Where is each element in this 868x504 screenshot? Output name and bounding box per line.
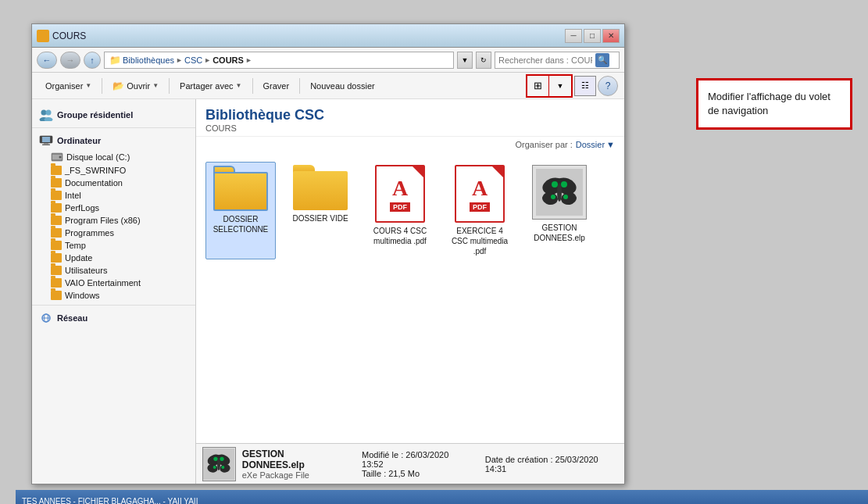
sidebar-item-update[interactable]: Update <box>32 252 195 264</box>
file-grid: DOSSIER SELECTIONNE DOSSIER VIDE <box>196 152 624 443</box>
up-button[interactable]: ↑ <box>84 52 101 69</box>
file-item-dossier-selectionne[interactable]: DOSSIER SELECTIONNE <box>205 162 276 259</box>
file-item-dossier-vide[interactable]: DOSSIER VIDE <box>285 162 355 259</box>
sidebar-item-windows[interactable]: Windows <box>32 289 195 302</box>
help-button[interactable]: ? <box>598 76 618 96</box>
forward-button[interactable]: → <box>60 52 80 69</box>
status-file-name: GESTION DONNEES.elp <box>242 449 346 470</box>
sidebar-ordinateur-label: Ordinateur <box>57 136 101 145</box>
sidebar-item-label: VAIO Entertainment <box>65 278 141 288</box>
svg-point-29 <box>214 456 218 460</box>
sidebar-item-documentation[interactable]: Documentation <box>32 177 195 189</box>
partager-label: Partager avec <box>180 81 233 91</box>
sidebar-item-vaio[interactable]: VAIO Entertainment <box>32 277 195 289</box>
library-title: Bibliothèque CSC <box>205 107 615 123</box>
sidebar-item-temp[interactable]: Temp <box>32 239 195 252</box>
sidebar-reseau[interactable]: Réseau <box>32 309 195 327</box>
ouvrir-button[interactable]: 📂 Ouvrir ▼ <box>105 76 166 96</box>
sidebar-groupe-residentiel[interactable]: Groupe résidentiel <box>32 105 195 124</box>
breadcrumb-csc: CSC <box>184 55 202 65</box>
breadcrumb-arrow-3: ► <box>245 56 252 64</box>
breadcrumb-arrow-1: ► <box>176 56 183 64</box>
status-info: GESTION DONNEES.elp eXe Package File <box>242 449 346 480</box>
dossier-link[interactable]: Dossier ▼ <box>576 140 615 149</box>
file-item-gestion-donnees[interactable]: GESTION DONNEES.elp <box>524 162 595 259</box>
title-bar-controls: ─ □ ✕ <box>565 29 620 43</box>
sidebar-item-fs-swrinfo[interactable]: _FS_SWRINFO <box>32 164 195 177</box>
window-title: COURS <box>52 30 86 41</box>
svg-rect-6 <box>44 143 48 145</box>
folder-icon-doc <box>51 178 62 188</box>
back-button[interactable]: ← <box>37 52 57 69</box>
sidebar-item-perflogs[interactable]: PerfLogs <box>32 202 195 214</box>
sidebar-item-intel[interactable]: Intel <box>32 189 195 202</box>
title-bar: COURS ─ □ ✕ <box>32 24 624 48</box>
butterfly-graphic <box>536 169 583 216</box>
svg-point-0 <box>41 110 47 116</box>
explorer-window: COURS ─ □ ✕ ← → ↑ 📁 Bibliothèques ► <box>31 23 625 484</box>
toolbar-separator-1 <box>102 78 102 94</box>
breadcrumb-cours: COURS <box>213 55 244 65</box>
library-subtitle: COURS <box>205 123 615 133</box>
pdf-icon-cours4csc: A PDF <box>375 165 425 223</box>
refresh-button[interactable]: ↻ <box>476 52 491 69</box>
file-item-cours4csc[interactable]: A PDF COURS 4 CSC multimedia .pdf <box>365 162 435 259</box>
status-bar: GESTION DONNEES.elp eXe Package File Mod… <box>196 443 624 484</box>
sidebar-item-label: _FS_SWRINFO <box>65 166 126 175</box>
sidebar-item-utilisateurs[interactable]: Utilisateurs <box>32 264 195 277</box>
close-button[interactable]: ✕ <box>602 29 620 43</box>
minimize-button[interactable]: ─ <box>565 29 582 43</box>
sidebar-item-label: Update <box>65 253 92 263</box>
harddrive-icon <box>51 152 63 163</box>
sidebar-item-label: Program Files (x86) <box>65 216 141 225</box>
sidebar-item-label: PerfLogs <box>65 203 99 213</box>
organize-bar: Organiser par : Dossier ▼ <box>196 137 624 152</box>
status-size: Taille : 21,5 Mo <box>362 469 470 478</box>
view-details-button[interactable]: ☷ <box>574 76 596 96</box>
svg-point-23 <box>557 183 562 202</box>
dossier-arrow-icon: ▼ <box>606 140 615 149</box>
status-thumb-icon <box>202 447 236 481</box>
partager-button[interactable]: Partager avec ▼ <box>173 76 248 96</box>
folder-icon-utilisateurs <box>51 266 62 275</box>
taskbar: TES ANNEES - FICHIER BLAGAGHA... - YAII … <box>16 490 868 504</box>
file-item-exercice4csc[interactable]: A PDF EXERCICE 4 CSC multimedia .pdf <box>445 162 515 259</box>
view-dropdown-button[interactable]: ▼ <box>549 76 571 96</box>
organiser-arrow-icon: ▼ <box>85 82 91 89</box>
maximize-button[interactable]: □ <box>584 29 601 43</box>
status-meta-created: Date de création : 25/03/2020 14:31 <box>485 455 618 474</box>
ouvrir-label: Ouvrir <box>127 81 150 91</box>
sidebar-item-label: Utilisateurs <box>65 266 107 275</box>
search-button[interactable]: 🔍 <box>595 53 609 67</box>
svg-point-30 <box>220 456 224 460</box>
view-medium-icon-button[interactable]: ⊞ <box>527 76 549 96</box>
toolbar: Organiser ▼ 📂 Ouvrir ▼ Partager avec ▼ G… <box>32 73 624 99</box>
address-dropdown-button[interactable]: ▼ <box>457 52 473 69</box>
sidebar-ordinateur[interactable]: Ordinateur <box>32 131 195 150</box>
network-icon <box>38 312 54 324</box>
organiser-button[interactable]: Organiser ▼ <box>38 76 98 96</box>
folder-icon-fs <box>51 166 62 175</box>
annotation-text: Modifier l'affichage du volet de navigat… <box>708 91 830 116</box>
toolbar-right: ⊞ ▼ ☷ ? <box>526 74 618 98</box>
dossier-text: Dossier <box>576 140 605 149</box>
file-area: Bibliothèque CSC COURS Organiser par : D… <box>196 99 624 484</box>
svg-point-21 <box>551 195 555 199</box>
sidebar-groupe-label: Groupe résidentiel <box>57 110 133 120</box>
nouveau-dossier-button[interactable]: Nouveau dossier <box>303 76 382 96</box>
partager-arrow-icon: ▼ <box>236 82 242 89</box>
sidebar-item-label: Programmes <box>65 228 114 238</box>
sidebar: Groupe résidentiel Ordinateur Disque loc… <box>32 99 196 484</box>
graver-button[interactable]: Graver <box>256 76 297 96</box>
search-input[interactable] <box>498 55 592 65</box>
breadcrumb-libraries: Bibliothèques <box>123 55 174 65</box>
sidebar-disque-local[interactable]: Disque local (C:) <box>32 150 195 164</box>
sidebar-item-programmes[interactable]: Programmes <box>32 227 195 239</box>
file-explorer: COURS ─ □ ✕ ← → ↑ 📁 Bibliothèques ► <box>31 23 625 484</box>
nouveau-dossier-label: Nouveau dossier <box>310 81 375 91</box>
folder-icon-programfiles <box>51 216 62 225</box>
address-field[interactable]: 📁 Bibliothèques ► CSC ► COURS ► <box>104 52 454 69</box>
sidebar-reseau-label: Réseau <box>57 313 88 323</box>
elp-icon-gestion-donnees <box>532 165 587 220</box>
sidebar-item-programfiles[interactable]: Program Files (x86) <box>32 214 195 227</box>
